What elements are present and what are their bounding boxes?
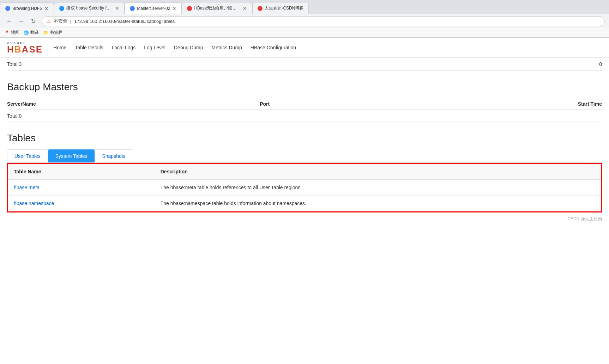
browser-tab-2[interactable]: 授权 hbase Security features a... ✕ <box>54 2 125 14</box>
sys-table-name-2: hbase:namespace <box>8 196 155 211</box>
bookmark-maps[interactable]: 📍 地图 <box>4 30 19 36</box>
tab-favicon-5 <box>258 6 263 11</box>
backup-total-label: Total:0 <box>7 110 253 122</box>
backup-total-time <box>397 110 602 122</box>
back-button[interactable]: ← <box>4 16 14 26</box>
system-tables-table: Table Name Description hbase:meta The hb… <box>8 164 601 211</box>
forward-button[interactable]: → <box>16 16 26 26</box>
col-table-name: Table Name <box>8 164 155 180</box>
col-server-name: ServerName <box>7 98 253 110</box>
url-protocol: 不安全 <box>54 18 67 24</box>
hbase-header: APACHE HBASE Home Table Details Local Lo… <box>0 38 609 58</box>
col-port: Port <box>253 98 397 110</box>
tab-favicon-1 <box>5 6 10 11</box>
tab-label-3: Master: server-02 <box>137 6 170 11</box>
nav-hbase-config[interactable]: HBase Configuration <box>251 45 296 50</box>
tab-bar: Browsing HDFS ✕ 授权 hbase Security featur… <box>0 0 609 14</box>
catalog-total-label: Total:3 <box>7 61 22 67</box>
tab-close-1[interactable]: ✕ <box>44 6 49 11</box>
browser-tab-3[interactable]: Master: server-02 ✕ <box>125 2 182 14</box>
url-separator: | <box>70 19 71 24</box>
watermark-text: CSDN @人生劝勿 <box>567 216 602 221</box>
browser-chrome: Browsing HDFS ✕ 授权 hbase Security featur… <box>0 0 609 38</box>
url-bar[interactable]: ⚠ 不安全 | 172.39.160.2:16010/master-status… <box>42 16 605 26</box>
browser-tab-5[interactable]: 人生劝勿-CSDN博客 <box>252 2 309 14</box>
footer-watermark: CSDN @人生劝勿 <box>0 212 609 226</box>
sys-table-link-2[interactable]: hbase:namespace <box>14 200 54 206</box>
tables-tabs: User Tables System Tables Snapshots <box>7 149 602 163</box>
col-start-time: Start Time <box>397 98 602 110</box>
nav-home[interactable]: Home <box>53 45 66 50</box>
bookmark-bar[interactable]: 📁 书签栏 <box>43 30 62 36</box>
browser-tab-1[interactable]: Browsing HDFS ✕ <box>0 2 54 14</box>
bookmark-translate[interactable]: 🌐 翻译 <box>24 30 39 36</box>
hbase-nav: Home Table Details Local Logs Log Level … <box>53 45 296 50</box>
backup-masters-title: Backup Masters <box>7 81 602 93</box>
backup-masters-header-row: ServerName Port Start Time <box>7 98 602 110</box>
sys-table-link-1[interactable]: hbase:meta <box>14 185 40 190</box>
catalog-total-value: 0 <box>599 61 602 67</box>
backup-masters-table: ServerName Port Start Time Total:0 <box>7 98 602 122</box>
hbase-text: HBASE <box>7 45 43 54</box>
bookmark-maps-label: 地图 <box>11 30 19 36</box>
reload-button[interactable]: ↻ <box>28 16 38 26</box>
bookmark-translate-label: 翻译 <box>30 30 39 36</box>
nav-buttons: ← → ↻ <box>4 16 38 26</box>
backup-masters-total-row: Total:0 <box>7 110 602 122</box>
tab-close-4[interactable]: ✕ <box>243 6 247 11</box>
nav-debug-dump[interactable]: Debug Dump <box>174 45 203 50</box>
tab-favicon-2 <box>59 6 64 11</box>
sys-table-header: Table Name Description <box>8 164 601 180</box>
tab-system-tables[interactable]: System Tables <box>48 149 95 162</box>
tab-favicon-4 <box>187 6 192 11</box>
hbase-app: APACHE HBASE Home Table Details Local Lo… <box>0 38 609 226</box>
security-icon: ⚠ <box>47 19 51 24</box>
tab-snapshots[interactable]: Snapshots <box>95 149 133 162</box>
tab-favicon-3 <box>130 6 135 11</box>
folder-icon: 📁 <box>43 30 48 35</box>
hbase-logo: APACHE HBASE <box>7 41 43 54</box>
sys-table-row-2: hbase:namespace The hbase:namespace tabl… <box>8 196 601 211</box>
nav-log-level[interactable]: Log Level <box>144 45 165 50</box>
nav-metrics-dump[interactable]: Metrics Dump <box>211 45 242 50</box>
sys-table-desc-1: The hbase:meta table holds references to… <box>155 180 601 196</box>
page-content: Total:3 0 Backup Masters ServerName Port… <box>0 58 609 212</box>
bookmark-bar-label: 书签栏 <box>50 30 62 36</box>
tab-close-3[interactable]: ✕ <box>172 6 176 11</box>
tables-title: Tables <box>7 132 602 144</box>
maps-icon: 📍 <box>4 30 10 35</box>
bookmarks-bar: 📍 地图 🌐 翻译 📁 书签栏 <box>0 28 609 37</box>
catalog-total-row: Total:3 0 <box>7 58 602 71</box>
tab-user-tables[interactable]: User Tables <box>7 149 48 162</box>
tab-label-4: HBase无法给用户赋权的解决方... <box>194 5 241 11</box>
browser-tab-4[interactable]: HBase无法给用户赋权的解决方... ✕ <box>182 2 252 14</box>
url-address: 172.39.160.2:16010/master-status#catalog… <box>74 19 175 24</box>
nav-local-logs[interactable]: Local Logs <box>112 45 136 50</box>
tab-label-2: 授权 hbase Security features a... <box>66 5 113 11</box>
tab-label-1: Browsing HDFS <box>12 6 42 11</box>
backup-total-port <box>253 110 397 122</box>
sys-table-desc-2: The hbase:namespace table holds informat… <box>155 196 601 211</box>
nav-table-details[interactable]: Table Details <box>75 45 103 50</box>
tab-label-5: 人生劝勿-CSDN博客 <box>265 5 303 11</box>
system-tables-content: Table Name Description hbase:meta The hb… <box>7 163 602 212</box>
tab-close-2[interactable]: ✕ <box>115 6 119 11</box>
sys-table-row-1: hbase:meta The hbase:meta table holds re… <box>8 180 601 196</box>
col-description: Description <box>155 164 601 180</box>
address-bar: ← → ↻ ⚠ 不安全 | 172.39.160.2:16010/master-… <box>0 14 609 28</box>
sys-table-name-1: hbase:meta <box>8 180 155 196</box>
translate-icon: 🌐 <box>24 30 29 35</box>
